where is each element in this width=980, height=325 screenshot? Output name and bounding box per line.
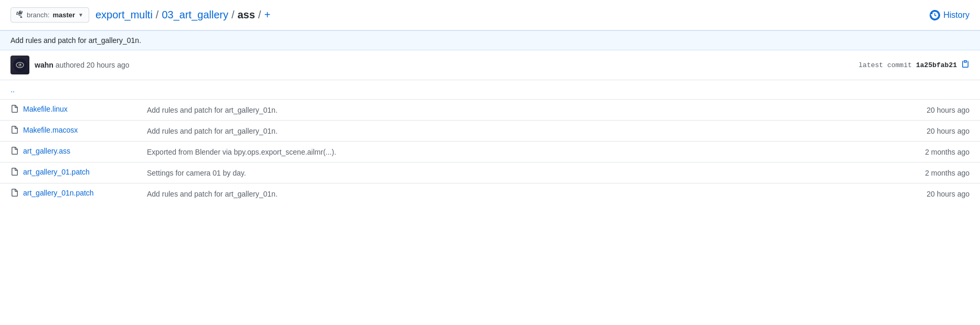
avatar <box>10 56 29 74</box>
breadcrumb-current: ass <box>238 9 255 21</box>
file-name-cell: art_gallery.ass <box>0 142 136 162</box>
breadcrumb-repo[interactable]: export_multi <box>95 9 153 21</box>
commit-hash[interactable]: 1a25bfab21 <box>916 61 957 69</box>
author-info: wahn authored 20 hours ago <box>35 61 130 69</box>
file-message-cell: Add rules and patch for art_gallery_01n. <box>136 100 901 121</box>
parent-dir-link[interactable]: .. <box>10 85 15 94</box>
parent-dir-cell: .. <box>0 80 980 100</box>
author-right: latest commit 1a25bfab21 <box>859 60 970 71</box>
breadcrumb-folder1[interactable]: 03_art_gallery <box>162 9 228 21</box>
file-time-cell: 2 months ago <box>901 142 980 162</box>
chevron-down-icon: ▼ <box>78 12 83 18</box>
table-row: art_gallery.ass Exported from Blender vi… <box>0 142 980 162</box>
history-icon <box>930 10 940 20</box>
file-list: .. Makefile.linux Add rules and patch fo… <box>0 80 980 204</box>
file-name-cell: Makefile.macosx <box>0 121 136 142</box>
file-link[interactable]: art_gallery_01n.patch <box>23 189 94 197</box>
breadcrumb-sep1: / <box>156 9 159 21</box>
breadcrumb-plus[interactable]: + <box>264 9 271 21</box>
breadcrumb-sep3: / <box>258 9 261 21</box>
file-message-cell: Settings for camera 01 by day. <box>136 162 901 183</box>
file-time-cell: 2 months ago <box>901 162 980 183</box>
table-row: art_gallery_01.patch Settings for camera… <box>0 162 980 183</box>
copy-icon[interactable] <box>961 60 970 71</box>
file-icon: art_gallery_01.patch <box>10 168 90 176</box>
file-message-cell: Exported from Blender via bpy.ops.export… <box>136 142 901 162</box>
file-time-cell: 20 hours ago <box>901 121 980 142</box>
author-left: wahn authored 20 hours ago <box>10 56 130 74</box>
table-row: Makefile.linux Add rules and patch for a… <box>0 100 980 121</box>
history-button[interactable]: History <box>930 10 970 20</box>
file-link[interactable]: Makefile.linux <box>23 105 68 113</box>
branch-name: master <box>52 11 75 19</box>
branch-label: branch: <box>27 11 49 19</box>
top-bar-left: branch: master ▼ export_multi / 03_art_g… <box>10 7 270 23</box>
file-name-cell: art_gallery_01.patch <box>0 162 136 183</box>
table-row: art_gallery_01n.patch Add rules and patc… <box>0 183 980 204</box>
author-name[interactable]: wahn <box>35 61 54 69</box>
file-name-cell: art_gallery_01n.patch <box>0 183 136 204</box>
svg-point-3 <box>20 64 21 65</box>
authored-time: authored 20 hours ago <box>56 61 130 69</box>
avatar-image <box>11 56 29 74</box>
table-row: Makefile.macosx Add rules and patch for … <box>0 121 980 142</box>
file-time-cell: 20 hours ago <box>901 183 980 204</box>
file-name-cell: Makefile.linux <box>0 100 136 121</box>
file-icon: art_gallery_01n.patch <box>10 189 94 197</box>
branch-icon <box>16 10 24 19</box>
file-link[interactable]: Makefile.macosx <box>23 126 78 134</box>
table-row: .. <box>0 80 980 100</box>
history-label: History <box>943 10 970 20</box>
file-icon: Makefile.macosx <box>10 126 78 134</box>
breadcrumb: export_multi / 03_art_gallery / ass / + <box>95 9 270 21</box>
file-message-cell: Add rules and patch for art_gallery_01n. <box>136 183 901 204</box>
svg-point-2 <box>18 63 22 67</box>
breadcrumb-sep2: / <box>231 9 235 21</box>
file-link[interactable]: art_gallery.ass <box>23 147 70 155</box>
commit-message: Add rules and patch for art_gallery_01n. <box>10 36 141 45</box>
file-icon: Makefile.linux <box>10 105 68 113</box>
file-icon: art_gallery.ass <box>10 147 70 155</box>
top-bar: branch: master ▼ export_multi / 03_art_g… <box>0 0 980 30</box>
author-row: wahn authored 20 hours ago latest commit… <box>0 50 980 80</box>
file-message-cell: Add rules and patch for art_gallery_01n. <box>136 121 901 142</box>
commit-banner: Add rules and patch for art_gallery_01n. <box>0 30 980 50</box>
latest-commit-label: latest commit <box>859 61 912 69</box>
file-time-cell: 20 hours ago <box>901 100 980 121</box>
file-link[interactable]: art_gallery_01.patch <box>23 168 90 176</box>
branch-selector[interactable]: branch: master ▼ <box>10 7 89 23</box>
